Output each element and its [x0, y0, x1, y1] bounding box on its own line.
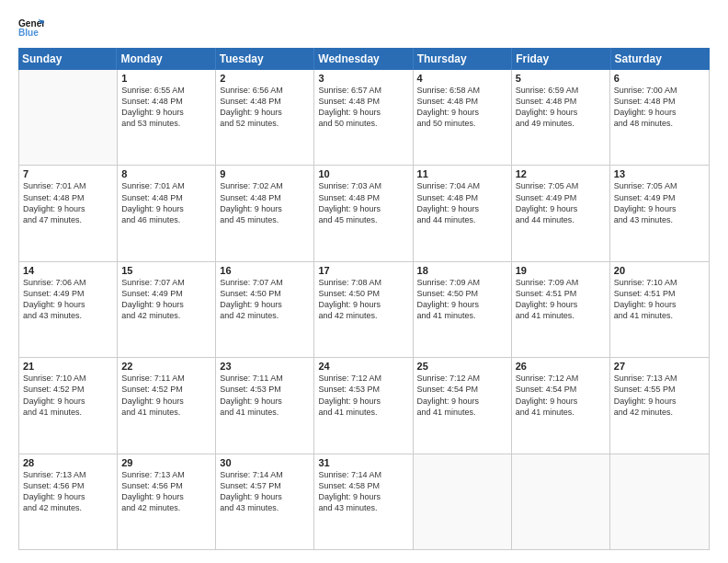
- cell-info-line: and 43 minutes.: [318, 502, 408, 513]
- header-cell-tuesday: Tuesday: [216, 48, 314, 70]
- calendar-cell: 13Sunrise: 7:05 AMSunset: 4:49 PMDayligh…: [610, 166, 709, 260]
- cell-info-line: Sunset: 4:54 PM: [417, 384, 507, 395]
- cell-info-line: Sunrise: 7:08 AM: [318, 277, 408, 288]
- cell-info-line: Sunrise: 6:57 AM: [318, 85, 408, 96]
- cell-info-line: Daylight: 9 hours: [516, 299, 606, 310]
- calendar-row: 28Sunrise: 7:13 AMSunset: 4:56 PMDayligh…: [19, 454, 709, 549]
- calendar-cell: 22Sunrise: 7:11 AMSunset: 4:52 PMDayligh…: [118, 358, 216, 453]
- day-number: 13: [614, 168, 705, 179]
- cell-info-line: and 41 minutes.: [614, 310, 705, 321]
- cell-info-line: Daylight: 9 hours: [220, 299, 310, 310]
- cell-info-line: Daylight: 9 hours: [318, 299, 408, 310]
- calendar-body: 1Sunrise: 6:55 AMSunset: 4:48 PMDaylight…: [18, 70, 710, 550]
- day-number: 5: [516, 73, 606, 84]
- cell-info-line: Sunset: 4:49 PM: [23, 288, 113, 299]
- cell-info-line: and 50 minutes.: [417, 118, 507, 129]
- cell-info-line: Sunset: 4:49 PM: [614, 192, 705, 203]
- cell-info-line: Sunrise: 7:03 AM: [318, 180, 408, 191]
- cell-info-line: Sunrise: 7:04 AM: [417, 180, 507, 191]
- cell-info-line: Sunset: 4:50 PM: [417, 288, 507, 299]
- calendar-cell: 3Sunrise: 6:57 AMSunset: 4:48 PMDaylight…: [314, 70, 413, 165]
- cell-info-line: Daylight: 9 hours: [516, 396, 606, 407]
- cell-info-line: Sunset: 4:48 PM: [121, 192, 211, 203]
- cell-info-line: Sunrise: 7:14 AM: [220, 469, 310, 480]
- cell-info-line: Sunset: 4:51 PM: [516, 288, 606, 299]
- cell-info-line: Sunset: 4:48 PM: [516, 96, 606, 107]
- page: General Blue SundayMondayTuesdayWednesda…: [0, 0, 728, 563]
- cell-info-line: Sunset: 4:48 PM: [220, 96, 310, 107]
- day-number: 17: [318, 265, 408, 276]
- cell-info-line: and 41 minutes.: [220, 407, 310, 418]
- cell-info-line: Sunset: 4:50 PM: [220, 288, 310, 299]
- cell-info-line: Daylight: 9 hours: [318, 396, 408, 407]
- calendar-cell: [19, 70, 118, 165]
- calendar-cell: 29Sunrise: 7:13 AMSunset: 4:56 PMDayligh…: [118, 454, 216, 549]
- cell-info-line: Sunset: 4:48 PM: [121, 96, 211, 107]
- cell-info-line: Sunset: 4:53 PM: [220, 384, 310, 395]
- day-number: 12: [516, 168, 606, 179]
- calendar-cell: [512, 454, 610, 549]
- day-number: 20: [614, 265, 705, 276]
- cell-info-line: and 41 minutes.: [516, 310, 606, 321]
- cell-info-line: Sunrise: 6:59 AM: [516, 85, 606, 96]
- calendar-cell: 9Sunrise: 7:02 AMSunset: 4:48 PMDaylight…: [216, 166, 314, 260]
- calendar-cell: 20Sunrise: 7:10 AMSunset: 4:51 PMDayligh…: [610, 262, 709, 357]
- cell-info-line: Sunrise: 7:09 AM: [417, 277, 507, 288]
- calendar-cell: 16Sunrise: 7:07 AMSunset: 4:50 PMDayligh…: [216, 262, 314, 357]
- cell-info-line: and 42 minutes.: [23, 502, 113, 513]
- logo-icon: General Blue: [18, 17, 44, 39]
- calendar-cell: 7Sunrise: 7:01 AMSunset: 4:48 PMDaylight…: [19, 166, 118, 260]
- cell-info-line: and 50 minutes.: [318, 118, 408, 129]
- cell-info-line: Sunrise: 7:12 AM: [417, 373, 507, 384]
- cell-info-line: Daylight: 9 hours: [220, 107, 310, 118]
- cell-info-line: Sunset: 4:48 PM: [318, 192, 408, 203]
- day-number: 24: [318, 361, 408, 372]
- day-number: 26: [516, 361, 606, 372]
- cell-info-line: Daylight: 9 hours: [318, 491, 408, 502]
- cell-info-line: Daylight: 9 hours: [220, 396, 310, 407]
- cell-info-line: Daylight: 9 hours: [614, 299, 705, 310]
- cell-info-line: Sunset: 4:56 PM: [23, 480, 113, 491]
- cell-info-line: and 43 minutes.: [614, 214, 705, 225]
- cell-info-line: Sunset: 4:48 PM: [417, 96, 507, 107]
- cell-info-line: Daylight: 9 hours: [220, 203, 310, 214]
- cell-info-line: and 41 minutes.: [516, 407, 606, 418]
- cell-info-line: Sunset: 4:54 PM: [516, 384, 606, 395]
- cell-info-line: Sunrise: 6:56 AM: [220, 85, 310, 96]
- day-number: 25: [417, 361, 507, 372]
- cell-info-line: Sunrise: 6:55 AM: [121, 85, 211, 96]
- cell-info-line: and 53 minutes.: [121, 118, 211, 129]
- calendar-cell: 10Sunrise: 7:03 AMSunset: 4:48 PMDayligh…: [314, 166, 413, 260]
- calendar-cell: 5Sunrise: 6:59 AMSunset: 4:48 PMDaylight…: [512, 70, 610, 165]
- day-number: 28: [23, 457, 113, 468]
- day-number: 9: [220, 168, 310, 179]
- day-number: 6: [614, 73, 705, 84]
- cell-info-line: Sunrise: 7:13 AM: [121, 469, 211, 480]
- cell-info-line: Sunrise: 7:11 AM: [220, 373, 310, 384]
- header-cell-thursday: Thursday: [414, 48, 512, 70]
- calendar-cell: 28Sunrise: 7:13 AMSunset: 4:56 PMDayligh…: [19, 454, 118, 549]
- cell-info-line: Sunrise: 7:14 AM: [318, 469, 408, 480]
- header-cell-monday: Monday: [117, 48, 215, 70]
- calendar-cell: 23Sunrise: 7:11 AMSunset: 4:53 PMDayligh…: [216, 358, 314, 453]
- calendar-cell: 24Sunrise: 7:12 AMSunset: 4:53 PMDayligh…: [314, 358, 413, 453]
- cell-info-line: Daylight: 9 hours: [417, 299, 507, 310]
- day-number: 19: [516, 265, 606, 276]
- day-number: 10: [318, 168, 408, 179]
- cell-info-line: and 43 minutes.: [220, 502, 310, 513]
- day-number: 15: [121, 265, 211, 276]
- calendar-cell: 21Sunrise: 7:10 AMSunset: 4:52 PMDayligh…: [19, 358, 118, 453]
- cell-info-line: Sunrise: 7:07 AM: [121, 277, 211, 288]
- cell-info-line: Sunset: 4:49 PM: [516, 192, 606, 203]
- calendar-cell: 31Sunrise: 7:14 AMSunset: 4:58 PMDayligh…: [314, 454, 413, 549]
- cell-info-line: Daylight: 9 hours: [417, 107, 507, 118]
- cell-info-line: Sunrise: 7:01 AM: [23, 180, 113, 191]
- cell-info-line: Sunset: 4:58 PM: [318, 480, 408, 491]
- cell-info-line: and 49 minutes.: [516, 118, 606, 129]
- calendar-cell: 27Sunrise: 7:13 AMSunset: 4:55 PMDayligh…: [610, 358, 709, 453]
- cell-info-line: and 41 minutes.: [23, 407, 113, 418]
- day-number: 8: [121, 168, 211, 179]
- day-number: 27: [614, 361, 705, 372]
- calendar-cell: 19Sunrise: 7:09 AMSunset: 4:51 PMDayligh…: [512, 262, 610, 357]
- cell-info-line: Sunset: 4:55 PM: [614, 384, 705, 395]
